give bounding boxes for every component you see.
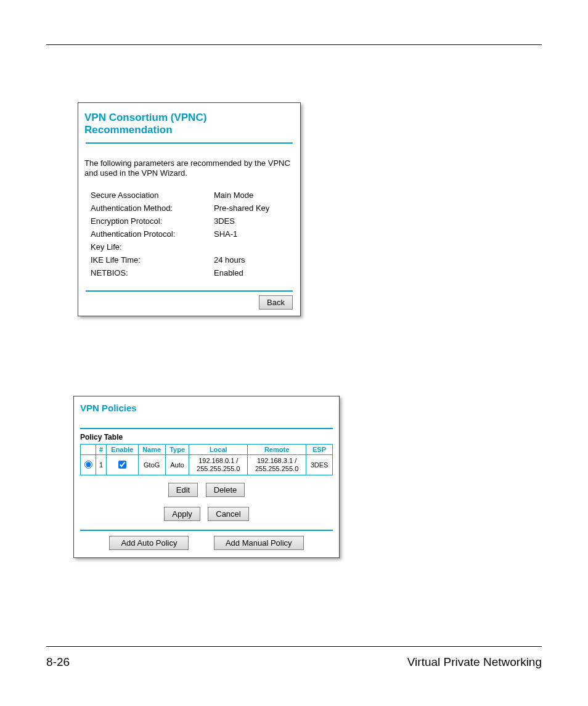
param-row: Encryption Protocol:3DES <box>91 215 269 228</box>
page-bottom-rule <box>46 646 542 647</box>
policy-local-cell: 192.168.0.1 / 255.255.255.0 <box>189 455 248 475</box>
policy-row: 1 GtoG Auto 192.168.0.1 / 255.255.255.0 … <box>81 455 333 475</box>
policy-esp-cell: 3DES <box>306 455 333 475</box>
policy-edit-row: Edit Delete <box>74 475 339 499</box>
param-value: 3DES <box>214 215 269 228</box>
param-row: Authentication Method:Pre-shared Key <box>91 202 269 215</box>
col-local: Local <box>189 445 248 455</box>
page-number: 8-26 <box>46 655 70 669</box>
policy-type-cell: Auto <box>165 455 189 475</box>
col-type: Type <box>165 445 189 455</box>
param-row: NETBIOS:Enabled <box>91 266 269 279</box>
param-key: IKE Life Time: <box>91 253 214 266</box>
page-top-rule <box>46 44 542 45</box>
col-name: Name <box>138 445 165 455</box>
param-value: Enabled <box>214 266 269 279</box>
policy-enable-cell <box>107 455 138 475</box>
col-remote: Remote <box>248 445 306 455</box>
local-mask: 255.255.255.0 <box>197 465 240 472</box>
vpn-policies-panel: VPN Policies Policy Table # Enable Name … <box>73 396 340 558</box>
cancel-button[interactable]: Cancel <box>208 507 248 521</box>
param-key: Encryption Protocol: <box>91 215 214 228</box>
param-key: Secure Association <box>91 189 214 202</box>
col-enable: Enable <box>107 445 138 455</box>
local-ip: 192.168.0.1 / <box>198 457 238 464</box>
param-row: Authentication Protocol:SHA-1 <box>91 228 269 240</box>
vpnc-button-row: Back <box>78 292 300 311</box>
policy-remote-cell: 192.168.3.1 / 255.255.255.0 <box>248 455 306 475</box>
delete-button[interactable]: Delete <box>206 483 245 497</box>
param-key: Authentication Method: <box>91 202 214 215</box>
vpn-policies-title: VPN Policies <box>74 403 339 428</box>
param-row: Key Life: <box>91 240 269 253</box>
policy-add-row: Add Auto Policy Add Manual Policy <box>74 531 339 550</box>
col-num: # <box>96 445 107 455</box>
param-value: Pre-shared Key <box>214 202 269 215</box>
vpnc-recommendation-panel: VPN Consortium (VPNC) Recommendation The… <box>78 102 301 316</box>
remote-mask: 255.255.255.0 <box>255 465 298 472</box>
vpnc-params-table: Secure AssociationMain Mode Authenticati… <box>91 189 269 279</box>
param-value: Main Mode <box>214 189 269 202</box>
policy-apply-row: Apply Cancel <box>74 499 339 523</box>
add-manual-policy-button[interactable]: Add Manual Policy <box>214 536 304 550</box>
param-value: SHA-1 <box>214 228 269 240</box>
param-key: NETBIOS: <box>91 266 214 279</box>
policy-enable-checkbox[interactable] <box>118 461 126 469</box>
param-key: Authentication Protocol: <box>91 228 214 240</box>
policy-select-radio[interactable] <box>84 461 92 469</box>
param-value <box>214 240 269 253</box>
param-key: Key Life: <box>91 240 214 253</box>
col-select <box>81 445 96 455</box>
vpnc-intro: The following parameters are recommended… <box>78 144 300 189</box>
policy-header-row: # Enable Name Type Local Remote ESP <box>81 445 333 455</box>
policy-table-label: Policy Table <box>74 429 339 444</box>
add-auto-policy-button[interactable]: Add Auto Policy <box>109 536 189 550</box>
policy-num-cell: 1 <box>96 455 107 475</box>
back-button[interactable]: Back <box>259 295 293 310</box>
param-row: IKE Life Time:24 hours <box>91 253 269 266</box>
param-row: Secure AssociationMain Mode <box>91 189 269 202</box>
vpnc-title: VPN Consortium (VPNC) Recommendation <box>78 112 300 142</box>
col-esp: ESP <box>306 445 333 455</box>
apply-button[interactable]: Apply <box>164 507 200 521</box>
page-footer-title: Virtual Private Networking <box>407 655 542 669</box>
policy-table: # Enable Name Type Local Remote ESP 1 Gt… <box>80 444 333 475</box>
param-value: 24 hours <box>214 253 269 266</box>
remote-ip: 192.168.3.1 / <box>257 457 296 464</box>
policy-name-cell: GtoG <box>138 455 165 475</box>
edit-button[interactable]: Edit <box>168 483 198 497</box>
policy-select-cell <box>81 455 96 475</box>
